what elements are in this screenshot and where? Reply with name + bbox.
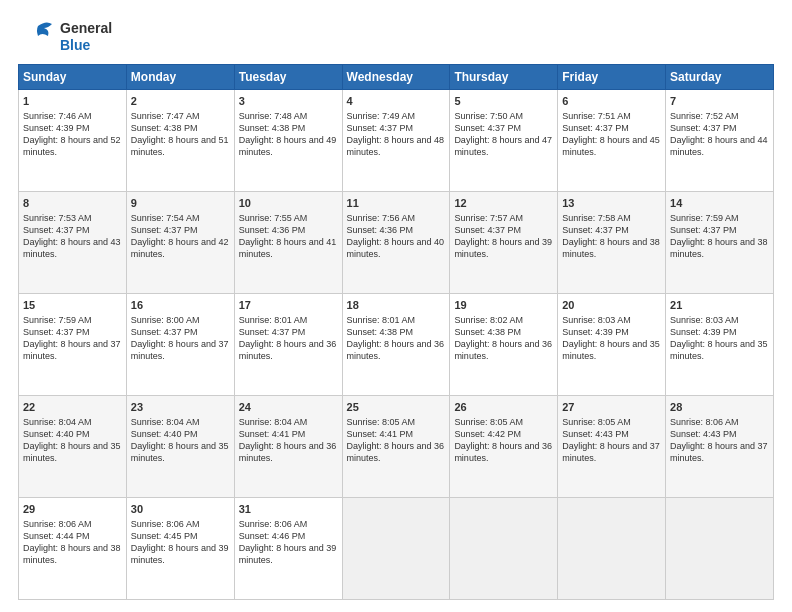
daylight-text: Daylight: 8 hours and 39 minutes. <box>454 236 553 260</box>
sunset-text: Sunset: 4:36 PM <box>239 224 338 236</box>
daylight-text: Daylight: 8 hours and 38 minutes. <box>670 236 769 260</box>
daylight-text: Daylight: 8 hours and 36 minutes. <box>454 440 553 464</box>
day-number: 18 <box>347 298 446 313</box>
calendar-cell: 11Sunrise: 7:56 AMSunset: 4:36 PMDayligh… <box>342 192 450 294</box>
calendar-cell: 4Sunrise: 7:49 AMSunset: 4:37 PMDaylight… <box>342 90 450 192</box>
calendar-cell: 9Sunrise: 7:54 AMSunset: 4:37 PMDaylight… <box>126 192 234 294</box>
daylight-text: Daylight: 8 hours and 35 minutes. <box>562 338 661 362</box>
sunset-text: Sunset: 4:37 PM <box>23 224 122 236</box>
calendar-cell: 19Sunrise: 8:02 AMSunset: 4:38 PMDayligh… <box>450 294 558 396</box>
sunset-text: Sunset: 4:45 PM <box>131 530 230 542</box>
daylight-text: Daylight: 8 hours and 36 minutes. <box>347 440 446 464</box>
calendar-cell <box>450 498 558 600</box>
calendar: SundayMondayTuesdayWednesdayThursdayFrid… <box>18 64 774 600</box>
calendar-cell: 5Sunrise: 7:50 AMSunset: 4:37 PMDaylight… <box>450 90 558 192</box>
day-number: 20 <box>562 298 661 313</box>
daylight-text: Daylight: 8 hours and 37 minutes. <box>670 440 769 464</box>
day-header-tuesday: Tuesday <box>234 65 342 90</box>
day-number: 30 <box>131 502 230 517</box>
calendar-cell: 26Sunrise: 8:05 AMSunset: 4:42 PMDayligh… <box>450 396 558 498</box>
daylight-text: Daylight: 8 hours and 37 minutes. <box>131 338 230 362</box>
calendar-cell: 1Sunrise: 7:46 AMSunset: 4:39 PMDaylight… <box>19 90 127 192</box>
day-header-sunday: Sunday <box>19 65 127 90</box>
daylight-text: Daylight: 8 hours and 36 minutes. <box>454 338 553 362</box>
day-number: 15 <box>23 298 122 313</box>
day-number: 9 <box>131 196 230 211</box>
day-number: 23 <box>131 400 230 415</box>
sunset-text: Sunset: 4:39 PM <box>23 122 122 134</box>
daylight-text: Daylight: 8 hours and 36 minutes. <box>239 338 338 362</box>
day-header-saturday: Saturday <box>666 65 774 90</box>
sunrise-text: Sunrise: 8:00 AM <box>131 314 230 326</box>
sunset-text: Sunset: 4:46 PM <box>239 530 338 542</box>
sunset-text: Sunset: 4:42 PM <box>454 428 553 440</box>
sunset-text: Sunset: 4:40 PM <box>131 428 230 440</box>
sunset-text: Sunset: 4:38 PM <box>239 122 338 134</box>
day-number: 29 <box>23 502 122 517</box>
day-number: 16 <box>131 298 230 313</box>
sunrise-text: Sunrise: 7:47 AM <box>131 110 230 122</box>
sunset-text: Sunset: 4:37 PM <box>347 122 446 134</box>
sunset-text: Sunset: 4:37 PM <box>562 122 661 134</box>
sunrise-text: Sunrise: 7:49 AM <box>347 110 446 122</box>
sunset-text: Sunset: 4:43 PM <box>670 428 769 440</box>
sunrise-text: Sunrise: 8:06 AM <box>670 416 769 428</box>
sunrise-text: Sunrise: 7:54 AM <box>131 212 230 224</box>
calendar-cell: 23Sunrise: 8:04 AMSunset: 4:40 PMDayligh… <box>126 396 234 498</box>
logo-line1: General <box>60 20 112 37</box>
logo-text: General Blue <box>60 20 112 54</box>
daylight-text: Daylight: 8 hours and 38 minutes. <box>23 542 122 566</box>
daylight-text: Daylight: 8 hours and 36 minutes. <box>347 338 446 362</box>
sunrise-text: Sunrise: 7:56 AM <box>347 212 446 224</box>
day-number: 22 <box>23 400 122 415</box>
logo: General Blue <box>18 18 112 56</box>
sunrise-text: Sunrise: 8:03 AM <box>562 314 661 326</box>
daylight-text: Daylight: 8 hours and 37 minutes. <box>562 440 661 464</box>
calendar-cell: 12Sunrise: 7:57 AMSunset: 4:37 PMDayligh… <box>450 192 558 294</box>
day-number: 26 <box>454 400 553 415</box>
sunset-text: Sunset: 4:37 PM <box>562 224 661 236</box>
daylight-text: Daylight: 8 hours and 41 minutes. <box>239 236 338 260</box>
daylight-text: Daylight: 8 hours and 37 minutes. <box>23 338 122 362</box>
calendar-cell: 6Sunrise: 7:51 AMSunset: 4:37 PMDaylight… <box>558 90 666 192</box>
day-number: 19 <box>454 298 553 313</box>
day-number: 31 <box>239 502 338 517</box>
day-number: 28 <box>670 400 769 415</box>
sunrise-text: Sunrise: 7:53 AM <box>23 212 122 224</box>
daylight-text: Daylight: 8 hours and 45 minutes. <box>562 134 661 158</box>
calendar-cell: 8Sunrise: 7:53 AMSunset: 4:37 PMDaylight… <box>19 192 127 294</box>
calendar-cell: 29Sunrise: 8:06 AMSunset: 4:44 PMDayligh… <box>19 498 127 600</box>
daylight-text: Daylight: 8 hours and 48 minutes. <box>347 134 446 158</box>
calendar-cell: 25Sunrise: 8:05 AMSunset: 4:41 PMDayligh… <box>342 396 450 498</box>
daylight-text: Daylight: 8 hours and 38 minutes. <box>562 236 661 260</box>
sunrise-text: Sunrise: 8:05 AM <box>347 416 446 428</box>
daylight-text: Daylight: 8 hours and 36 minutes. <box>239 440 338 464</box>
sunset-text: Sunset: 4:37 PM <box>670 224 769 236</box>
daylight-text: Daylight: 8 hours and 43 minutes. <box>23 236 122 260</box>
sunrise-text: Sunrise: 8:06 AM <box>23 518 122 530</box>
calendar-cell: 10Sunrise: 7:55 AMSunset: 4:36 PMDayligh… <box>234 192 342 294</box>
calendar-cell: 15Sunrise: 7:59 AMSunset: 4:37 PMDayligh… <box>19 294 127 396</box>
calendar-cell: 13Sunrise: 7:58 AMSunset: 4:37 PMDayligh… <box>558 192 666 294</box>
sunrise-text: Sunrise: 8:06 AM <box>239 518 338 530</box>
day-number: 10 <box>239 196 338 211</box>
day-number: 8 <box>23 196 122 211</box>
calendar-cell <box>342 498 450 600</box>
sunset-text: Sunset: 4:40 PM <box>23 428 122 440</box>
calendar-cell: 28Sunrise: 8:06 AMSunset: 4:43 PMDayligh… <box>666 396 774 498</box>
day-number: 11 <box>347 196 446 211</box>
sunrise-text: Sunrise: 7:51 AM <box>562 110 661 122</box>
calendar-cell: 16Sunrise: 8:00 AMSunset: 4:37 PMDayligh… <box>126 294 234 396</box>
calendar-cell: 14Sunrise: 7:59 AMSunset: 4:37 PMDayligh… <box>666 192 774 294</box>
day-number: 27 <box>562 400 661 415</box>
page: General Blue SundayMondayTuesdayWednesda… <box>0 0 792 612</box>
day-number: 4 <box>347 94 446 109</box>
calendar-cell <box>558 498 666 600</box>
sunrise-text: Sunrise: 8:04 AM <box>131 416 230 428</box>
day-number: 7 <box>670 94 769 109</box>
sunset-text: Sunset: 4:37 PM <box>239 326 338 338</box>
calendar-cell: 2Sunrise: 7:47 AMSunset: 4:38 PMDaylight… <box>126 90 234 192</box>
calendar-cell: 27Sunrise: 8:05 AMSunset: 4:43 PMDayligh… <box>558 396 666 498</box>
day-header-wednesday: Wednesday <box>342 65 450 90</box>
sunset-text: Sunset: 4:39 PM <box>670 326 769 338</box>
